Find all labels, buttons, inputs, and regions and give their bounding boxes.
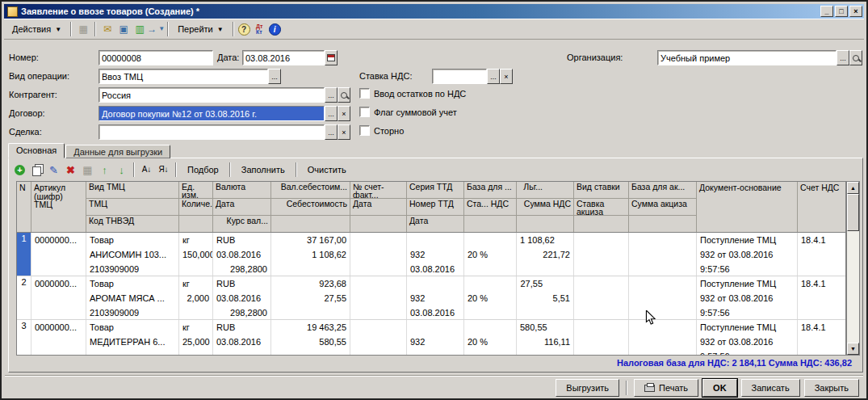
grid-cell-ttd[interactable]: 93203.08.2016 [407, 233, 464, 276]
grid-cell-kind[interactable]: ТоварМЕДИТЕРРАН 6... [86, 320, 179, 356]
sum-accounting-checkbox[interactable]: Флаг суммовой учет [359, 107, 457, 117]
info-icon[interactable]: i [269, 23, 281, 36]
column-header-excise_kind[interactable]: Вид ставкиСтавка акциза [574, 182, 629, 232]
grid-cell-doc[interactable]: Поступление ТМЦ932 от 03.08.20169:57:56 [697, 320, 798, 356]
grid-cell-excise_kind[interactable] [574, 233, 629, 276]
vat-rate-input[interactable] [432, 69, 487, 84]
items-table[interactable]: NАртикул (шифр) ТМЦВид ТМЦТМЦКод ТНВЭДЕд… [16, 181, 846, 356]
grid-cell-cost[interactable]: 19 463,25580,55 [271, 320, 350, 356]
move-up-button[interactable]: ↑ [97, 162, 112, 178]
counterparty-open-button[interactable] [338, 87, 350, 103]
grid-cell-unit[interactable]: кг25,000 [179, 320, 213, 356]
grid-cell-n[interactable]: 1 [17, 233, 31, 276]
contract-choose-button[interactable]: ... [325, 106, 338, 121]
ok-button[interactable]: OK [702, 379, 737, 397]
calendar-button[interactable] [325, 50, 338, 65]
grid-cell-ttd[interactable]: 932 [407, 320, 464, 356]
grid-cell-vat_sum[interactable]: 27,555,51 [517, 276, 574, 319]
operation-choose-button[interactable]: ... [268, 69, 281, 84]
actions-menu-button[interactable]: Действия▼ [7, 21, 66, 37]
column-header-kind[interactable]: Вид ТМЦТМЦКод ТНВЭД [86, 182, 179, 232]
grid-cell-excise_base[interactable] [629, 276, 697, 319]
grid-cell-invoice[interactable] [350, 276, 407, 319]
grid-cell-excise_base[interactable] [629, 233, 697, 276]
scroll-down-button[interactable]: ▼ [847, 343, 859, 355]
grid-cell-article[interactable]: 0000000... [31, 233, 86, 276]
close-button[interactable]: × [849, 6, 862, 17]
column-header-excise_base[interactable]: База для ак...Сумма акциза [629, 182, 697, 232]
grid-cell-unit[interactable]: кг150,000 [179, 233, 213, 276]
grid-cell-ttd[interactable]: 93203.08.2016 [407, 276, 464, 319]
scrollbar-thumb[interactable] [847, 194, 859, 231]
organization-choose-button[interactable]: ... [837, 50, 849, 65]
scroll-up-button[interactable]: ▲ [847, 182, 859, 194]
grid-cell-vat_base[interactable]: 20 % [464, 320, 517, 356]
go-menu-button[interactable]: Перейти▼ [173, 21, 229, 37]
grid-cell-vat_base[interactable]: 20 % [464, 276, 517, 319]
table-row[interactable]: 10000000...ТоварАНИСОМИН 103...210390900… [17, 233, 845, 276]
grid-cell-currency[interactable]: RUB03.08.2016 [213, 320, 271, 356]
storno-checkbox[interactable]: Сторно [359, 125, 404, 136]
title-bar[interactable]: Заявление о ввозе товаров (Создание) * _… [4, 4, 864, 19]
grid-cell-kind[interactable]: ТоварАНИСОМИН 103...2103909009 [86, 233, 179, 276]
column-header-vat_sum[interactable]: Льг...Сумма НДС [517, 182, 574, 232]
table-row[interactable]: 20000000...ТоварАРОМАТ МЯСА ...210390900… [17, 276, 845, 320]
grid-cell-vat_account[interactable]: 18.4.1 [798, 276, 846, 319]
pick-button[interactable]: Подбор [181, 162, 225, 177]
grid-cell-n[interactable]: 3 [17, 320, 31, 356]
grid-cell-cost[interactable]: 37 167,001 108,62 [271, 233, 350, 276]
export-button[interactable]: Выгрузить [556, 379, 619, 397]
mail-icon[interactable]: ✉ [100, 22, 115, 36]
save-button[interactable]: Записать [741, 379, 800, 397]
grid-cell-vat_sum[interactable]: 580,55116,11 [517, 320, 574, 356]
deal-choose-button[interactable]: ... [325, 124, 338, 140]
column-header-vat_base[interactable]: База для ...Ста... НДС [464, 182, 517, 232]
close-form-button[interactable]: Закрыть [804, 379, 859, 397]
grid-cell-vat_sum[interactable]: 1 108,62221,72 [517, 233, 574, 276]
grid-cell-invoice[interactable] [350, 320, 407, 356]
number-input[interactable] [99, 50, 213, 65]
clear-button[interactable]: Очистить [301, 162, 353, 177]
grid-cell-unit[interactable]: кг2,000 [179, 276, 213, 319]
counterparty-choose-button[interactable]: ... [325, 87, 338, 103]
sort-asc-button[interactable]: А↓ [139, 162, 154, 178]
column-header-ttd[interactable]: Серия ТТДНомер ТТДДата [407, 182, 464, 232]
grid-cell-doc[interactable]: Поступление ТМЦ932 от 03.08.20169:57:56 [697, 233, 798, 276]
organization-open-button[interactable] [849, 50, 862, 65]
contract-input[interactable] [99, 106, 325, 121]
organization-input[interactable] [657, 50, 837, 65]
column-header-currency[interactable]: ВалютаДатаКурс вал... [213, 182, 271, 232]
dt-kt-postings-button[interactable]: ДтКт [252, 22, 267, 37]
table-row[interactable]: 30000000...ТоварМЕДИТЕРРАН 6...кг25,000R… [17, 320, 845, 356]
vat-rate-clear-button[interactable]: × [500, 69, 513, 84]
grid-cell-cost[interactable]: 923,6827,55 [271, 276, 350, 319]
vat-balances-checkbox[interactable]: Ввод остатков по НДС [359, 88, 466, 99]
column-header-unit[interactable]: Ед. изм.Количе... [179, 182, 213, 232]
paste-document-icon[interactable]: ▥ [132, 22, 147, 36]
counterparty-input[interactable] [99, 87, 325, 103]
column-header-n[interactable]: N [17, 182, 31, 232]
grid-cell-vat_account[interactable]: 18.4.1 [798, 320, 846, 356]
grid-cell-invoice[interactable] [350, 233, 407, 276]
move-down-button[interactable]: ↓ [114, 162, 129, 178]
edit-row-button[interactable]: ✎ [46, 162, 61, 178]
grid-cell-n[interactable]: 2 [17, 276, 31, 319]
column-header-doc[interactable]: Документ-основание [697, 182, 798, 232]
grid-cell-doc[interactable]: Поступление ТМЦ932 от 03.08.20169:57:56 [697, 276, 798, 319]
grid-cell-excise_base[interactable] [629, 320, 697, 356]
grid-cell-kind[interactable]: ТоварАРОМАТ МЯСА ...2103909009 [86, 276, 179, 319]
grid-cell-excise_kind[interactable] [574, 276, 629, 319]
grid-cell-excise_kind[interactable] [574, 320, 629, 356]
grid-cell-vat_account[interactable]: 18.4.1 [798, 233, 846, 276]
delete-row-button[interactable]: ✖ [63, 162, 78, 178]
fill-button[interactable]: Заполнить [235, 162, 291, 177]
column-header-article[interactable]: Артикул (шифр) ТМЦ [31, 182, 86, 232]
copy-row-button[interactable] [29, 162, 44, 178]
operation-input[interactable] [99, 69, 268, 84]
column-header-cost[interactable]: Вал.себестоим...Себестоимость [271, 182, 350, 232]
sort-desc-button[interactable]: Я↓ [156, 162, 171, 178]
tab-main[interactable]: Основная [8, 143, 65, 158]
vertical-scrollbar[interactable]: ▲ ▼ [846, 181, 860, 356]
vat-rate-choose-button[interactable]: ... [487, 69, 500, 84]
print-button[interactable]: Печать [634, 379, 698, 397]
